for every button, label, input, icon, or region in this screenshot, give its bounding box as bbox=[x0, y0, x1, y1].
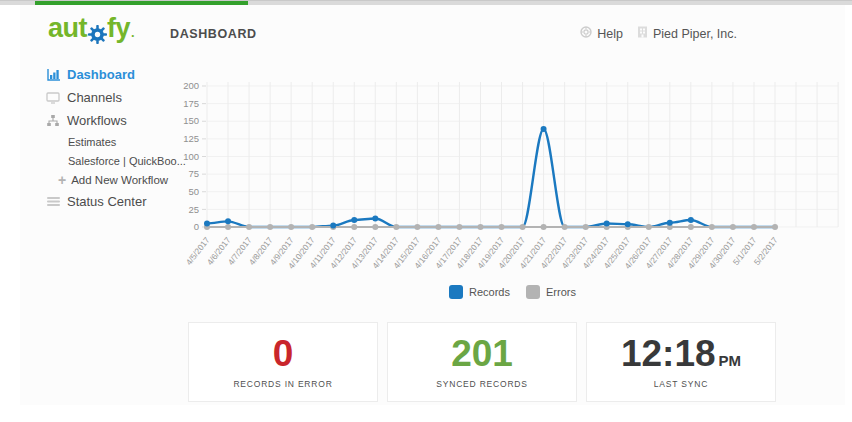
legend-label-errors: Errors bbox=[546, 286, 576, 298]
records-in-error-label: RECORDS IN ERROR bbox=[233, 379, 332, 389]
logo-text-left: aut bbox=[48, 15, 87, 42]
sidebar-item-add-new-workflow[interactable]: + Add New Workflow bbox=[58, 174, 196, 186]
synced-records-label: SYNCED RECORDS bbox=[436, 379, 528, 389]
svg-text:25: 25 bbox=[188, 204, 199, 215]
stat-card-records-in-error: 0 RECORDS IN ERROR bbox=[188, 322, 378, 402]
building-icon bbox=[637, 26, 648, 41]
sidebar: Dashboard Channels Workflows bbox=[46, 67, 196, 217]
sidebar-label: Estimates bbox=[68, 136, 116, 148]
sidebar-item-status-center[interactable]: Status Center bbox=[46, 194, 196, 209]
stats-row: 0 RECORDS IN ERROR 201 SYNCED RECORDS 12… bbox=[188, 322, 776, 402]
sidebar-item-workflows[interactable]: Workflows bbox=[46, 113, 196, 128]
company-menu[interactable]: Pied Piper, Inc. bbox=[637, 26, 737, 41]
monitor-icon bbox=[46, 91, 60, 104]
sidebar-item-channels[interactable]: Channels bbox=[46, 90, 196, 105]
logo-dot: . bbox=[131, 25, 134, 40]
last-sync-label: LAST SYNC bbox=[654, 379, 708, 389]
sidebar-label: Dashboard bbox=[67, 67, 135, 82]
errors-swatch bbox=[526, 285, 540, 299]
chart-legend: Records Errors bbox=[180, 285, 845, 299]
svg-text:75: 75 bbox=[188, 168, 199, 179]
help-icon bbox=[580, 26, 592, 41]
sidebar-label: Workflows bbox=[67, 113, 127, 128]
svg-text:100: 100 bbox=[183, 151, 199, 162]
records-errors-chart: 02550751001251501752004/5/20174/6/20174/… bbox=[180, 72, 845, 284]
svg-text:125: 125 bbox=[183, 133, 199, 144]
sidebar-label: Salesforce | QuickBoo... bbox=[68, 155, 186, 167]
last-sync-value: 12:18PM bbox=[621, 335, 741, 372]
autofy-logo[interactable]: aut fy bbox=[48, 15, 134, 42]
sidebar-label: Add New Workflow bbox=[71, 174, 168, 186]
sidebar-item-estimates[interactable]: Estimates bbox=[68, 136, 196, 148]
header-right: Help Pied Piper, Inc. bbox=[580, 26, 737, 41]
app-window: aut fy bbox=[20, 5, 845, 405]
legend-item-records[interactable]: Records bbox=[449, 285, 510, 299]
company-name: Pied Piper, Inc. bbox=[653, 27, 737, 41]
svg-text:50: 50 bbox=[188, 186, 199, 197]
list-icon bbox=[46, 195, 60, 208]
sidebar-label: Channels bbox=[67, 90, 122, 105]
last-sync-meridiem: PM bbox=[719, 353, 742, 368]
plus-icon: + bbox=[58, 175, 66, 185]
gear-icon bbox=[88, 20, 107, 39]
sitemap-icon bbox=[46, 114, 60, 127]
svg-text:200: 200 bbox=[183, 80, 199, 91]
legend-label-records: Records bbox=[469, 286, 510, 298]
legend-item-errors[interactable]: Errors bbox=[526, 285, 576, 299]
sidebar-label: Status Center bbox=[67, 194, 147, 209]
last-sync-time: 12:18 bbox=[621, 335, 716, 372]
synced-records-value: 201 bbox=[451, 335, 513, 372]
chart-canvas: 02550751001251501752004/5/20174/6/20174/… bbox=[180, 72, 845, 284]
records-in-error-value: 0 bbox=[273, 335, 294, 372]
svg-text:0: 0 bbox=[194, 221, 199, 232]
svg-text:175: 175 bbox=[183, 98, 199, 109]
logo-text-right: fy bbox=[107, 15, 130, 42]
page-title: DASHBOARD bbox=[170, 27, 257, 41]
stat-card-last-sync: 12:18PM LAST SYNC bbox=[586, 322, 776, 402]
bar-chart-icon bbox=[46, 68, 60, 81]
svg-text:150: 150 bbox=[183, 115, 199, 126]
help-link[interactable]: Help bbox=[580, 26, 623, 41]
sidebar-item-salesforce-quickbooks[interactable]: Salesforce | QuickBoo... bbox=[68, 155, 196, 167]
autofy-dashboard-page: { "colors": { "progress_green": "#33a02c… bbox=[0, 0, 852, 422]
help-label: Help bbox=[597, 27, 623, 41]
stat-card-synced-records: 201 SYNCED RECORDS bbox=[387, 322, 577, 402]
records-swatch bbox=[449, 285, 463, 299]
sidebar-item-dashboard[interactable]: Dashboard bbox=[46, 67, 196, 82]
